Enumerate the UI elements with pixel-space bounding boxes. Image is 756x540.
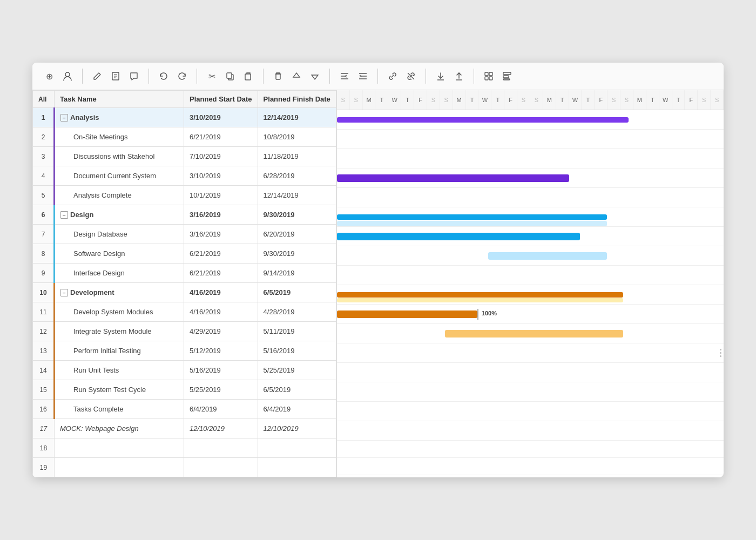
table-row[interactable]: 9Interface Design6/21/20199/14/2019 bbox=[33, 264, 336, 283]
indent-button[interactable] bbox=[355, 68, 371, 84]
task-name[interactable]: Software Design bbox=[55, 244, 184, 264]
assign-resource-button[interactable] bbox=[59, 68, 76, 84]
table-row[interactable]: 3Discussions with Stakehol7/10/201911/18… bbox=[33, 147, 336, 166]
table-row[interactable]: 5Analysis Complete10/1/201912/14/2019 bbox=[33, 186, 336, 205]
planned-finish-date: 9/30/2019 bbox=[258, 205, 336, 225]
svg-rect-7 bbox=[245, 74, 251, 80]
undo-button[interactable] bbox=[156, 68, 172, 84]
task-name[interactable]: Design Database bbox=[55, 225, 184, 244]
table-row[interactable]: 8Software Design6/21/20199/30/2019 bbox=[33, 244, 336, 264]
task-name[interactable]: Tasks Complete bbox=[55, 400, 184, 419]
link-button[interactable] bbox=[384, 68, 401, 84]
table-row[interactable]: 19 bbox=[33, 458, 336, 477]
task-name-text: Integrate System Module bbox=[60, 327, 152, 335]
table-row[interactable]: 13Perform Initial Testing5/12/20195/16/2… bbox=[33, 341, 336, 361]
gantt-bar-secondary bbox=[337, 221, 607, 226]
planned-start-date bbox=[184, 458, 258, 477]
edit-button[interactable] bbox=[89, 68, 105, 84]
col-header-planned-finish[interactable]: Planned Finish Date bbox=[258, 91, 336, 108]
gantt-row bbox=[337, 168, 724, 188]
row-number: 13 bbox=[33, 341, 55, 361]
table-row[interactable]: 18 bbox=[33, 438, 336, 458]
comment-button[interactable] bbox=[126, 68, 142, 84]
table-row[interactable]: 1−Analysis3/10/201912/14/2019 bbox=[33, 108, 336, 127]
table-row[interactable]: 16Tasks Complete6/4/20196/4/2019 bbox=[33, 400, 336, 419]
gantt-bar[interactable] bbox=[337, 292, 623, 298]
task-name-text: Document Current System bbox=[60, 172, 156, 180]
gantt-day-header: M bbox=[633, 90, 646, 110]
col-header-all[interactable]: All bbox=[33, 91, 55, 108]
gantt-view-button[interactable] bbox=[499, 68, 515, 84]
task-name[interactable]: −Design bbox=[55, 205, 184, 225]
task-name[interactable] bbox=[55, 438, 184, 458]
gantt-row bbox=[337, 207, 724, 227]
table-row[interactable]: 4Document Current System3/10/20196/28/20… bbox=[33, 166, 336, 186]
gantt-bar[interactable] bbox=[337, 214, 607, 220]
grid-view-button[interactable] bbox=[481, 68, 497, 84]
note-button[interactable] bbox=[107, 68, 124, 84]
task-name[interactable]: Interface Design bbox=[55, 264, 184, 283]
col-header-task-name[interactable]: Task Name bbox=[55, 91, 184, 108]
task-name[interactable]: On-Site Meetings bbox=[55, 127, 184, 147]
gantt-day-header: S bbox=[350, 90, 363, 110]
task-name[interactable]: Document Current System bbox=[55, 166, 184, 186]
planned-start-date: 3/16/2019 bbox=[184, 225, 258, 244]
task-name[interactable] bbox=[55, 458, 184, 477]
task-name[interactable]: Perform Initial Testing bbox=[55, 341, 184, 361]
row-number: 5 bbox=[33, 186, 55, 205]
gantt-bar[interactable] bbox=[337, 310, 477, 318]
redo-button[interactable] bbox=[174, 68, 190, 84]
task-name[interactable]: −Analysis bbox=[55, 108, 184, 127]
gantt-day-header: S bbox=[698, 90, 711, 110]
collapse-icon[interactable]: − bbox=[60, 289, 68, 296]
task-name[interactable]: Discussions with Stakehol bbox=[55, 147, 184, 166]
task-name[interactable]: MOCK: Webpage Design bbox=[55, 419, 184, 438]
fill-down-button[interactable] bbox=[288, 68, 305, 84]
table-row[interactable]: 2On-Site Meetings6/21/201910/8/2019 bbox=[33, 127, 336, 147]
planned-start-date: 3/10/2019 bbox=[184, 108, 258, 127]
table-row[interactable]: 15Run System Test Cycle5/25/20196/5/2019 bbox=[33, 380, 336, 400]
collapse-icon[interactable]: − bbox=[60, 114, 68, 122]
gantt-bar[interactable] bbox=[337, 174, 569, 182]
table-row[interactable]: 14Run Unit Tests5/16/20195/25/2019 bbox=[33, 361, 336, 380]
table-row[interactable]: 7Design Database3/16/20196/20/2019 bbox=[33, 225, 336, 244]
paste-button[interactable] bbox=[240, 68, 256, 84]
gantt-bar-secondary bbox=[337, 298, 623, 302]
import-button[interactable] bbox=[433, 68, 449, 84]
cut-button[interactable]: ✂ bbox=[204, 68, 220, 84]
svg-rect-21 bbox=[489, 72, 492, 76]
table-row[interactable]: 11Develop System Modules4/16/20194/28/20… bbox=[33, 302, 336, 322]
task-name[interactable]: Integrate System Module bbox=[55, 322, 184, 341]
table-row[interactable]: 17MOCK: Webpage Design12/10/201912/10/20… bbox=[33, 419, 336, 438]
svg-marker-10 bbox=[312, 75, 318, 79]
planned-start-date: 3/16/2019 bbox=[184, 205, 258, 225]
task-name[interactable]: −Development bbox=[55, 283, 184, 302]
table-row[interactable]: 12Integrate System Module4/29/20195/11/2… bbox=[33, 322, 336, 341]
gantt-bar[interactable] bbox=[337, 117, 629, 123]
task-name[interactable]: Run Unit Tests bbox=[55, 361, 184, 380]
gantt-bar[interactable] bbox=[488, 252, 607, 260]
toolbar-group-indent bbox=[336, 68, 371, 84]
copy-button[interactable] bbox=[222, 68, 238, 84]
unlink-button[interactable] bbox=[403, 68, 419, 84]
add-task-button[interactable]: ⊕ bbox=[41, 68, 57, 84]
gantt-bar[interactable] bbox=[337, 233, 580, 240]
sep6 bbox=[377, 69, 378, 84]
task-name[interactable]: Run System Test Cycle bbox=[55, 380, 184, 400]
export-button[interactable] bbox=[451, 68, 467, 84]
col-header-planned-start[interactable]: Planned Start Date bbox=[184, 91, 258, 108]
task-name[interactable]: Develop System Modules bbox=[55, 302, 184, 322]
resize-handle[interactable] bbox=[717, 343, 724, 362]
svg-rect-25 bbox=[503, 76, 509, 78]
gantt-bar[interactable] bbox=[445, 330, 623, 338]
task-name[interactable]: Analysis Complete bbox=[55, 186, 184, 205]
outdent-button[interactable] bbox=[336, 68, 353, 84]
fill-up-button[interactable] bbox=[307, 68, 323, 84]
sep8 bbox=[474, 69, 474, 84]
row-number: 2 bbox=[33, 127, 55, 147]
planned-finish-date: 12/10/2019 bbox=[258, 419, 336, 438]
collapse-icon[interactable]: − bbox=[60, 211, 68, 219]
table-row[interactable]: 6−Design3/16/20199/30/2019 bbox=[33, 205, 336, 225]
delete-button[interactable] bbox=[270, 68, 286, 84]
table-row[interactable]: 10−Development4/16/20196/5/2019 bbox=[33, 283, 336, 302]
